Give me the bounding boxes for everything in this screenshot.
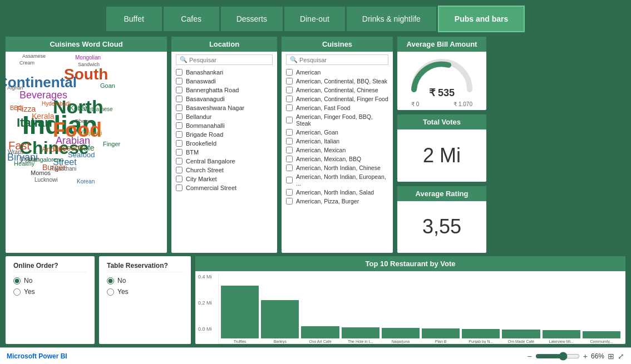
word-cloud-word[interactable]: Afghan [7,85,23,91]
total-votes-content: 2 Mi [397,129,486,182]
list-item[interactable]: Bannerghatta Road [176,86,273,94]
list-item[interactable]: Church Street [176,166,273,174]
word-cloud-word[interactable]: Cream [19,60,34,66]
word-cloud-word[interactable]: Gujarati [81,129,102,136]
location-panel: Location 🔍 BanashankariBanaswadiBannergh… [171,37,277,253]
word-cloud-word[interactable]: Beverages [19,89,67,101]
word-cloud-word[interactable]: Andhra [42,145,65,153]
list-item[interactable]: City Market [176,174,273,183]
word-cloud-word[interactable]: Finger [103,141,120,147]
online-order-panel: Online Order? No Yes [6,256,95,344]
list-item[interactable]: American, Mexican [286,146,388,154]
y-label-bot: 0.0 Mi [198,326,218,332]
list-item[interactable]: Bommanahalli [176,121,273,130]
fullscreen-button[interactable]: ⤢ [618,352,624,361]
word-cloud-word[interactable]: Wraps [8,149,24,155]
list-item[interactable]: American, Continental, Finger Food [286,94,388,103]
tab-drinks[interactable]: Drinks & nightlife [347,7,436,31]
bar[interactable] [261,300,299,338]
bar-chart-panel: Top 10 Restaurant by Vote 0.4 Mi 0.2 Mi … [195,256,625,344]
bar-wrapper: Truffles [221,274,259,343]
bar[interactable] [382,328,420,338]
list-item[interactable]: Bellandur [176,112,273,121]
list-item[interactable]: Commercial Street [176,183,273,192]
list-item[interactable]: BTM [176,148,273,157]
table-reservation-title: Table Reservation? [107,262,183,272]
chart-bars: TrufflesBarleysOvo Art CafeThe Hole in t… [218,274,623,344]
list-item[interactable]: Basavanagudi [176,94,273,103]
nav-tabs: Buffet Cafes Desserts Dine-out Drinks & … [0,0,631,37]
list-item[interactable]: American, Continental, Chinese [286,86,388,94]
bar[interactable] [543,330,580,338]
cuisines-panel: Cuisines 🔍 AmericanAmerican, Continental… [282,37,393,253]
bar-wrapper: Punjab by N... [462,274,500,343]
cuisines-title: Cuisines [282,37,393,52]
location-search-input[interactable] [189,57,269,63]
tab-buffet[interactable]: Buffet [106,7,162,31]
y-label-mid: 0.2 Mi [198,300,218,306]
list-item[interactable]: Basaveshwara Nagar [176,103,273,112]
list-item[interactable]: American, Italian [286,137,388,146]
zoom-in-button[interactable]: + [583,352,588,361]
avg-bill-panel: Average Bill Amount ₹ 535 ₹ 0 ₹ 1.070 [397,37,486,110]
tab-cafes[interactable]: Cafes [164,7,219,31]
bar[interactable] [301,326,339,338]
word-cloud-word[interactable]: BBQ [10,104,23,111]
list-item[interactable]: Banaswadi [176,77,273,86]
zoom-out-button[interactable]: − [528,352,532,361]
avg-bill-content: ₹ 535 ₹ 0 ₹ 1.070 [397,52,486,110]
word-cloud-word[interactable]: Kerala [32,112,54,121]
bar[interactable] [583,331,620,338]
cuisines-search-input[interactable] [299,57,384,63]
word-cloud-word[interactable]: Rajasthani [50,166,76,172]
list-item[interactable]: American, Continental, BBQ, Steak [286,77,388,86]
word-cloud-content[interactable]: IndianChineseNorthSouthContinentalFoodBe… [6,52,167,253]
list-item[interactable]: American, North Indian, Chinese [286,163,388,172]
list-item[interactable]: Brookefield [176,139,273,148]
total-votes-value: 2 Mi [423,144,461,167]
word-cloud-word[interactable]: Korean [77,178,95,185]
table-reservation-yes[interactable]: Yes [107,288,183,296]
word-cloud-word[interactable]: Sandwich [78,62,100,67]
word-cloud-word[interactable]: Mongolian [75,54,101,61]
list-item[interactable]: American, Fast Food [286,103,388,112]
word-cloud-word[interactable]: Vietnamese [83,106,113,112]
cuisines-list: AmericanAmerican, Continental, BBQ, Stea… [282,67,393,253]
word-cloud-word[interactable]: Goan [100,82,115,89]
list-item[interactable]: Banashankari [176,68,273,77]
zoom-slider[interactable] [535,352,580,361]
list-item[interactable]: Central Bangalore [176,157,273,166]
tab-desserts[interactable]: Desserts [221,7,283,31]
list-item[interactable]: American, Mexican, BBQ [286,154,388,163]
word-cloud-word[interactable]: Hyderabadi [42,101,70,107]
online-order-no[interactable]: No [13,277,87,285]
list-item[interactable]: American, North Indian, Salad [286,188,388,197]
y-label-top: 0.4 Mi [198,274,218,280]
list-item[interactable]: American, Pizza, Burger [286,197,388,206]
word-cloud-word[interactable]: Tibetan [75,118,92,124]
bar[interactable] [221,286,259,338]
bottom-section: Online Order? No Yes Table Reservation? … [0,253,631,347]
list-item[interactable]: Brigade Road [176,130,273,139]
bar[interactable] [462,329,500,338]
word-cloud-word[interactable]: Assamese [22,53,46,59]
bar-wrapper: Ovo Art Cafe [301,274,339,343]
online-order-yes[interactable]: Yes [13,288,87,296]
word-cloud-word[interactable]: Seafood [68,151,95,159]
tab-dineout[interactable]: Dine-out [284,7,345,31]
list-item[interactable]: American, Finger Food, BBQ, Steak [286,112,388,128]
table-reservation-no[interactable]: No [107,277,183,285]
word-cloud-word[interactable]: Lucknowi [34,177,58,183]
fit-screen-button[interactable]: ⊞ [608,352,614,361]
word-cloud-title: Cuisines Word Cloud [6,37,167,52]
powerbi-link[interactable]: Microsoft Power BI [7,352,67,360]
tab-pubs[interactable]: Pubs and bars [438,6,525,32]
list-item[interactable]: American [286,68,388,77]
bar[interactable] [422,328,460,338]
list-item[interactable]: American, Goan [286,128,388,137]
bar[interactable] [342,327,379,338]
location-list: BanashankariBanaswadiBannerghatta RoadBa… [171,67,277,253]
list-item[interactable]: American, North Indian, European, ... [286,172,388,188]
word-cloud-word[interactable]: Chicken [19,156,40,162]
bar[interactable] [502,330,540,338]
